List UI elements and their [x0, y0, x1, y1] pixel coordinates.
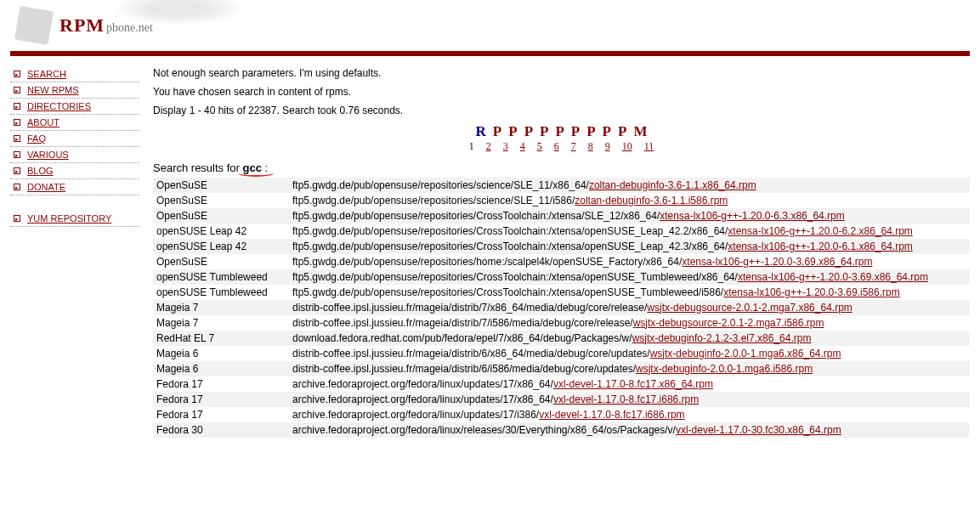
distro-cell: OpenSuSE — [153, 208, 289, 224]
distro-cell: Mageia 6 — [153, 346, 289, 361]
rpm-link[interactable]: xtensa-lx106-g++-1.20.0-6.2.x86_64.rpm — [728, 225, 912, 237]
pager-page-9[interactable]: 9 — [599, 140, 616, 152]
path-cell: distrib-coffee.ipsl.jussieu.fr/mageia/di… — [289, 361, 970, 376]
rpm-link[interactable]: xtensa-lx106-g++-1.20.0-6.1.x86_64.rpm — [728, 241, 912, 252]
rpm-link[interactable]: vxl-devel-1.17.0-8.fc17.x86_64.rpm — [553, 378, 713, 390]
nav-link[interactable]: DIRECTORIES — [27, 101, 91, 111]
msg-chosen: You have chosen search in content of rpm… — [153, 85, 970, 99]
rpm-link[interactable]: wsjtx-debugsource-2.0.1-2.mga7.i586.rpm — [633, 317, 824, 329]
pager-page-11[interactable]: 11 — [638, 140, 660, 152]
results-table: OpenSuSEftp5.gwdg.de/pub/opensuse/reposi… — [153, 178, 970, 438]
table-row: Fedora 17archive.fedoraproject.org/fedor… — [153, 392, 970, 407]
pager-page-1: 1 — [463, 140, 480, 152]
nav-bullet-icon: ▸ — [14, 119, 20, 126]
table-row: Fedora 17archive.fedoraproject.org/fedor… — [153, 407, 970, 422]
rpm-link[interactable]: wsjtx-debuginfo-2.1.2-3.el7.x86_64.rpm — [632, 332, 812, 344]
rpm-link[interactable]: zoltan-debuginfo-3.6-1.1.i586.rpm — [575, 195, 728, 207]
path-cell: distrib-coffee.ipsl.jussieu.fr/mageia/di… — [289, 300, 970, 315]
nav-bullet-icon: ▸ — [14, 184, 20, 190]
nav-link[interactable]: DONATE — [27, 182, 65, 192]
rpm-link[interactable]: zoltan-debuginfo-3.6-1.1.x86_64.rpm — [589, 179, 756, 191]
pager-letter: P — [552, 123, 567, 139]
table-row: openSUSE Leap 42ftp5.gwdg.de/pub/opensus… — [153, 239, 970, 254]
nav-link[interactable]: SEARCH — [27, 69, 66, 79]
path-cell: archive.fedoraproject.org/fedora/linux/r… — [289, 422, 970, 438]
sidebar-item-faq[interactable]: ▸FAQ — [10, 131, 139, 147]
path-cell: ftp5.gwdg.de/pub/opensuse/repositories/h… — [289, 254, 970, 269]
nav-bullet-icon: ▸ — [14, 135, 20, 142]
path-cell: ftp5.gwdg.de/pub/opensuse/repositories/C… — [289, 208, 970, 224]
nav-bullet-icon: ▸ — [14, 215, 20, 222]
header: RPM pbone.net — [0, 0, 980, 51]
msg-display: Display 1 - 40 hits of 22387. Search too… — [153, 104, 970, 117]
path-cell: archive.fedoraproject.org/fedora/linux/u… — [289, 392, 970, 407]
distro-cell: openSUSE Tumbleweed — [153, 285, 289, 300]
nav-link[interactable]: VARIOUS — [27, 150, 69, 160]
pager-page-2[interactable]: 2 — [480, 140, 497, 152]
pager-page-3[interactable]: 3 — [497, 140, 514, 152]
sidebar-item-directories[interactable]: ▸DIRECTORIES — [10, 99, 139, 115]
pager-letter: P — [521, 123, 536, 139]
pager-page-6[interactable]: 6 — [548, 140, 565, 152]
table-row: RedHat EL 7download.fedora.redhat.com/pu… — [153, 331, 970, 346]
distro-cell: RedHat EL 7 — [153, 331, 289, 346]
path-cell: ftp5.gwdg.de/pub/opensuse/repositories/C… — [289, 285, 970, 300]
distro-cell: Fedora 17 — [153, 407, 289, 422]
pager-page-4[interactable]: 4 — [514, 140, 531, 152]
rpm-link[interactable]: xtensa-lx106-g++-1.20.0-6.3.x86_64.rpm — [660, 210, 844, 222]
distro-cell: openSUSE Leap 42 — [153, 239, 289, 254]
table-row: OpenSuSEftp5.gwdg.de/pub/opensuse/reposi… — [153, 208, 970, 224]
sidebar-item-yum-repository[interactable]: ▸YUM REPOSITORY — [10, 211, 139, 227]
table-row: Mageia 6distrib-coffee.ipsl.jussieu.fr/m… — [153, 361, 970, 376]
rpm-link[interactable]: wsjtx-debugsource-2.0.1-2.mga7.x86_64.rp… — [647, 302, 852, 314]
path-cell: archive.fedoraproject.org/fedora/linux/u… — [289, 407, 970, 422]
pager-letter: P — [536, 123, 552, 139]
distro-cell: Mageia 7 — [153, 300, 289, 315]
pager-page-5[interactable]: 5 — [531, 140, 548, 152]
rpm-link[interactable]: wsjtx-debuginfo-2.0.0-1.mga6.x86_64.rpm — [650, 348, 841, 359]
rpm-link[interactable]: wsjtx-debuginfo-2.0.0-1.mga6.i586.rpm — [636, 363, 813, 375]
rpm-link[interactable]: vxl-devel-1.17.0-8.fc17.i686.rpm — [553, 393, 699, 405]
sidebar-item-about[interactable]: ▸ABOUT — [10, 115, 139, 131]
sidebar-item-donate[interactable]: ▸DONATE — [10, 179, 139, 195]
distro-cell: OpenSuSE — [153, 178, 289, 193]
table-row: Fedora 17archive.fedoraproject.org/fedor… — [153, 376, 970, 392]
pager: RPPPPPPPPPM 1234567891011 — [153, 123, 970, 153]
path-cell: ftp5.gwdg.de/pub/opensuse/repositories/s… — [289, 178, 970, 193]
pager-letter: P — [583, 123, 598, 139]
table-row: Mageia 7distrib-coffee.ipsl.jussieu.fr/m… — [153, 315, 970, 331]
pager-letter: R — [473, 123, 490, 139]
nav-link[interactable]: FAQ — [27, 133, 46, 144]
search-title: Search results for gcc : — [153, 161, 970, 174]
nav-link[interactable]: NEW RPMS — [27, 85, 79, 95]
distro-cell: Fedora 30 — [153, 422, 289, 438]
search-prefix: Search results for — [153, 161, 243, 174]
nav-link[interactable]: BLOG — [27, 166, 54, 176]
nav-link[interactable]: YUM REPOSITORY — [27, 213, 111, 224]
nav-bullet-icon: ▸ — [14, 167, 20, 174]
sidebar-item-various[interactable]: ▸VARIOUS — [10, 147, 139, 163]
pager-page-10[interactable]: 10 — [616, 140, 638, 152]
path-cell: distrib-coffee.ipsl.jussieu.fr/mageia/di… — [289, 315, 970, 331]
rpm-link[interactable]: vxl-devel-1.17.0-30.fc30.x86_64.rpm — [676, 424, 841, 436]
rpm-link[interactable]: xtensa-lx106-g++-1.20.0-3.69.i586.rpm — [723, 286, 899, 298]
nav-link[interactable]: ABOUT — [27, 117, 59, 127]
pager-letter: P — [568, 123, 583, 139]
nav-bullet-icon: ▸ — [14, 103, 20, 110]
logo-rpm-text: RPM — [59, 14, 105, 37]
sidebar-item-new-rpms[interactable]: ▸NEW RPMS — [10, 82, 139, 99]
content: Not enough search parameters. I'm using … — [139, 66, 970, 438]
pager-page-7[interactable]: 7 — [565, 140, 582, 152]
pager-page-8[interactable]: 8 — [582, 140, 599, 152]
pager-letter: P — [615, 123, 630, 139]
rpm-link[interactable]: vxl-devel-1.17.0-8.fc17.i686.rpm — [539, 409, 684, 421]
distro-cell: OpenSuSE — [153, 254, 289, 269]
distro-cell: openSUSE Tumbleweed — [153, 269, 289, 285]
rpm-link[interactable]: xtensa-lx106-g++-1.20.0-3.69.x86_64.rpm — [682, 256, 872, 268]
table-row: OpenSuSEftp5.gwdg.de/pub/opensuse/reposi… — [153, 254, 970, 269]
rpm-link[interactable]: xtensa-lx106-g++-1.20.0-3.69.x86_64.rpm — [738, 271, 928, 283]
sidebar-item-search[interactable]: ▸SEARCH — [10, 66, 139, 82]
path-cell: distrib-coffee.ipsl.jussieu.fr/mageia/di… — [289, 346, 970, 361]
sidebar-item-blog[interactable]: ▸BLOG — [10, 163, 139, 179]
path-cell: ftp5.gwdg.de/pub/opensuse/repositories/C… — [289, 239, 970, 254]
